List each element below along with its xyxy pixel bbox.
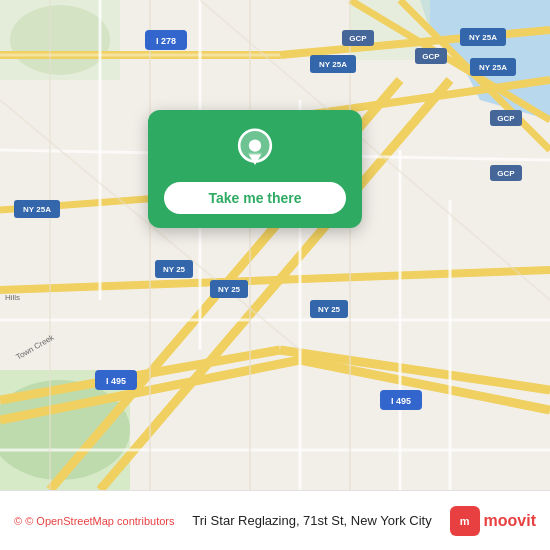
attribution-text: © OpenStreetMap contributors [25,515,174,527]
svg-text:I 278: I 278 [156,36,176,46]
svg-text:I 495: I 495 [391,396,411,406]
svg-text:Hills: Hills [5,293,20,302]
svg-text:NY 25A: NY 25A [479,63,507,72]
moovit-logo: m moovit [450,506,536,536]
svg-text:NY 25: NY 25 [163,265,186,274]
location-pin-icon [233,128,277,172]
bottom-bar: © © OpenStreetMap contributors Tri Star … [0,490,550,550]
svg-text:NY 25: NY 25 [318,305,341,314]
moovit-icon: m [450,506,480,536]
svg-point-4 [10,5,110,75]
take-me-there-button[interactable]: Take me there [164,182,346,214]
svg-text:I 495: I 495 [106,376,126,386]
moovit-text: moovit [484,512,536,530]
svg-text:NY 25A: NY 25A [319,60,347,69]
svg-text:GCP: GCP [497,169,515,178]
location-popup: Take me there [148,110,362,228]
svg-text:NY 25A: NY 25A [23,205,51,214]
svg-text:GCP: GCP [497,114,515,123]
location-label: Tri Star Reglazing, 71st St, New York Ci… [175,513,450,528]
svg-text:GCP: GCP [422,52,440,61]
svg-text:NY 25: NY 25 [218,285,241,294]
copyright-symbol: © [14,515,22,527]
svg-text:GCP: GCP [349,34,367,43]
map-attribution: © © OpenStreetMap contributors [14,515,175,527]
map-view[interactable]: I 278 I 495 I 495 NY 25A NY 25A NY 25A N… [0,0,550,490]
svg-text:NY 25A: NY 25A [469,33,497,42]
svg-point-70 [249,139,261,151]
